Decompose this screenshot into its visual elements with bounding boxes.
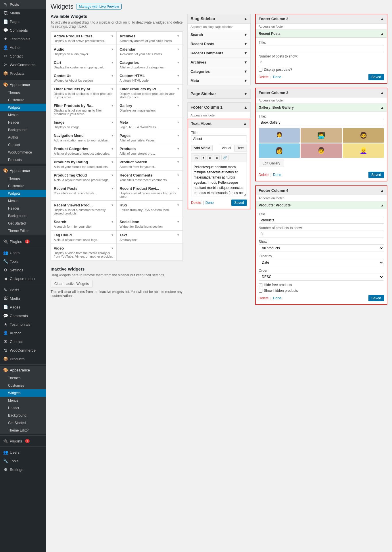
visual-tab[interactable]: Visual (219, 145, 234, 152)
footer-col4-delete-link[interactable]: Delete (259, 296, 269, 300)
sidebar-item-themeeditor[interactable]: Theme Editor (0, 227, 46, 235)
footer-col4-header[interactable]: Footer Column 4 ▲ (256, 186, 387, 195)
page-sidebar-header[interactable]: Page Sidebar ▼ (188, 89, 250, 99)
footer-col3-saved-button[interactable]: Saved (368, 172, 384, 178)
sidebar-item-media[interactable]: 🖼 Media (0, 9, 46, 17)
text-widget-done-link[interactable]: Done (205, 201, 214, 205)
sidebar-item-plugins2[interactable]: 🔌 Plugins 1 (0, 437, 46, 445)
widget-filter-price[interactable]: Filter Products by Pr... ▼ Display a sli… (116, 84, 183, 101)
sidebar-item-themes3[interactable]: Themes (0, 374, 46, 382)
sidebar-item-contact-sub[interactable]: Contact (0, 141, 46, 149)
sidebar-item-comments[interactable]: 💬 Comments (0, 26, 46, 34)
footer-col4-widget-header[interactable]: Products: Products ▲ (256, 202, 387, 209)
sidebar-item-products[interactable]: 📦 Products (0, 69, 46, 78)
sidebar-item-settings[interactable]: ⚙ Settings (0, 266, 46, 274)
text-widget-delete-link[interactable]: Delete (191, 201, 201, 205)
edit-gallery-button[interactable]: Edit Gallery (259, 160, 284, 167)
widget-meta[interactable]: Meta ▼ Login, RSS, & WordPress... (116, 118, 183, 131)
footer-col2-date-checkbox[interactable] (259, 68, 262, 72)
footer-col2-header[interactable]: Footer Column 2 ▲ (256, 14, 387, 24)
footer-col4-done-link[interactable]: Done (273, 296, 281, 300)
sidebar-item-widgets[interactable]: Widgets (0, 104, 46, 111)
text-widget-header[interactable]: Text: About ▲ (188, 119, 250, 128)
text-tab[interactable]: Text (234, 145, 247, 152)
widget-recent-product-reviews[interactable]: Recent Product Revi... ▼ Display a list … (116, 184, 183, 201)
widget-gallery[interactable]: Gallery ▼ Displays an image gallery. (116, 101, 183, 118)
footer-col3-widget-header[interactable]: Gallery: Book Gallery ▲ (256, 104, 387, 112)
footer-col4-title-input[interactable] (259, 217, 384, 224)
sidebar-item-woocommerce2[interactable]: 🛍 WooCommerce (0, 346, 46, 354)
sidebar-item-themeeditor2[interactable]: Theme Editor (0, 427, 46, 434)
blog-sidebar-widget-meta[interactable]: Meta ▼ (188, 76, 250, 85)
widget-calendar[interactable]: Calendar ▼ A calendar of your site's Pos… (116, 45, 183, 58)
sidebar-item-menus3[interactable]: Menus (0, 397, 46, 404)
blog-sidebar-header[interactable]: Blog Sidebar ▲ (188, 14, 250, 24)
footer-col4-orderby-select[interactable]: Date Title Menu Order Random (259, 259, 384, 266)
sidebar-item-customize3[interactable]: Customize (0, 382, 46, 389)
sidebar-item-author-sub[interactable]: Author (0, 134, 46, 141)
footer-col4-order-select[interactable]: DESC ASC (259, 273, 384, 281)
blog-sidebar-widget-recent-posts[interactable]: Recent Posts ▼ (188, 39, 250, 49)
blog-sidebar-widget-search[interactable]: Search ▼ (188, 30, 250, 39)
footer-col2-posts-input[interactable] (259, 59, 270, 65)
sidebar-item-tools2[interactable]: 🔧 Tools (0, 457, 46, 465)
widget-search[interactable]: Search ▼ A search form for your site. (51, 217, 117, 231)
bold-button[interactable]: B (194, 155, 199, 160)
widget-pages[interactable]: Pages ▼ A list of your site's Pages. (116, 131, 183, 145)
sidebar-item-media2[interactable]: 🖼 Media (0, 294, 46, 303)
footer-col4-show-hidden-checkbox[interactable] (259, 289, 262, 293)
text-widget-saved-button[interactable]: Saved (231, 200, 247, 206)
sidebar-item-themes2[interactable]: Themes (0, 175, 46, 182)
sidebar-item-testimonials2[interactable]: ★ Testimonials (0, 320, 46, 329)
widget-image[interactable]: Image ▼ Displays an image. (51, 118, 117, 131)
sidebar-item-background2[interactable]: Background (0, 212, 46, 220)
ordered-list-button[interactable]: ≡ (214, 155, 219, 160)
sidebar-item-woocommerce[interactable]: 🛍 WooCommerce (0, 60, 46, 69)
widget-audio[interactable]: Audio ▼ Displays an audio player. (51, 45, 117, 58)
footer-col4-saved-button[interactable]: Saved (368, 295, 384, 301)
sidebar-item-pages[interactable]: 📄 Pages (0, 17, 46, 26)
footer-col2-widget-header[interactable]: Recent Posts ▲ (256, 30, 387, 38)
widget-product-tag-cloud[interactable]: Product Tag Cloud ▼ A cloud of your most… (51, 170, 117, 184)
widget-categories[interactable]: Categories ▼ A list or dropdown of categ… (116, 58, 183, 72)
blog-sidebar-widget-categories[interactable]: Categories ▼ (188, 67, 250, 76)
italic-button[interactable]: I (201, 155, 205, 160)
manage-live-preview-link[interactable]: Manage with Live Preview (76, 4, 121, 9)
sidebar-item-author[interactable]: 👤 Author (0, 43, 46, 52)
text-widget-title-input[interactable] (191, 135, 247, 142)
footer-col2-done-link[interactable]: Done (273, 75, 281, 79)
sidebar-item-getstarted[interactable]: Get Started (0, 220, 46, 227)
sidebar-item-header2[interactable]: Header (0, 205, 46, 212)
sidebar-item-collapse[interactable]: ◀ Collapse menu (0, 274, 46, 283)
widget-filter-rating[interactable]: Filter Products by Ra... ▼ Display a lis… (51, 101, 117, 118)
widget-rss[interactable]: RSS ▼ Entries from any RSS or Atom feed. (116, 200, 183, 218)
clear-inactive-button[interactable]: Clear Inactive Widgets (51, 280, 93, 288)
footer-col1-header[interactable]: Footer Column 1 ▲ (188, 103, 250, 112)
text-widget-editor[interactable]: Pellentesque habitant morbi tristique se… (191, 162, 247, 196)
sidebar-item-header3[interactable]: Header (0, 404, 46, 412)
blog-sidebar-widget-recent-comments[interactable]: Recent Comments ▼ (188, 49, 250, 58)
sidebar-item-menus[interactable]: Menus (0, 111, 46, 119)
sidebar-item-pages2[interactable]: 📄 Pages (0, 303, 46, 311)
widget-custom-html[interactable]: Custom HTML ▼ Arbitrary HTML code. (116, 71, 183, 85)
sidebar-item-products2[interactable]: 📦 Products (0, 354, 46, 363)
widget-archives[interactable]: Archives ▼ A monthly archive of your sit… (116, 31, 183, 45)
sidebar-item-background[interactable]: Background (0, 126, 46, 134)
widget-navigation-menu[interactable]: Navigation Menu ▼ Add a navigation menu … (51, 131, 117, 145)
widget-video[interactable]: Video ▼ Display a video from the media l… (51, 244, 117, 261)
widget-recent-viewed-prod[interactable]: Recent Viewed Prod... ▼ Display a list o… (51, 200, 117, 218)
widget-product-categories[interactable]: Product Categories ▼ A list or dropdown … (51, 144, 117, 158)
sidebar-item-users[interactable]: 👥 Users (0, 248, 46, 257)
link-button[interactable]: 🔗 (221, 155, 229, 160)
widget-product-search[interactable]: Product Search ▼ A search form for your … (116, 157, 183, 171)
sidebar-item-customize[interactable]: Customize (0, 96, 46, 104)
sidebar-item-appearance2[interactable]: 🎨 Appearance (0, 166, 46, 175)
sidebar-item-products-sub[interactable]: Products (0, 156, 46, 164)
sidebar-item-comments2[interactable]: 💬 Comments (0, 311, 46, 320)
widget-filter-attr[interactable]: Filter Products by At... ▼ Display a lis… (51, 84, 117, 101)
widget-products-by-rating[interactable]: Products by Rating ▼ A list of your stor… (51, 157, 117, 171)
sidebar-item-themes[interactable]: Themes (0, 89, 46, 96)
sidebar-item-customize2[interactable]: Customize (0, 182, 46, 190)
unordered-list-button[interactable]: ≡ (207, 155, 212, 160)
sidebar-item-widgets2[interactable]: Widgets (0, 190, 46, 197)
